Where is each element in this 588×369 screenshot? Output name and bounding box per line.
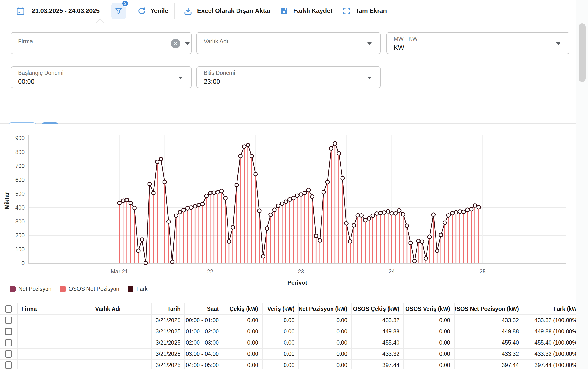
table-cell: 0.00 [223, 315, 263, 326]
mw-kw-field[interactable]: MW - KW KW [386, 32, 569, 54]
table-header-cell: Net Pozisyon (kW) [299, 303, 352, 315]
fullscreen-button[interactable]: Tam Ekran [355, 7, 387, 15]
save-as-button[interactable]: Farklı Kaydet [293, 7, 332, 15]
table-cell [91, 337, 151, 348]
svg-text:700: 700 [15, 163, 25, 169]
refresh-icon[interactable] [137, 6, 146, 16]
miktar-periyot-chart[interactable]: 0100200300400500600700800900Mar 21222324… [0, 124, 588, 285]
export-excel-button[interactable]: Excel Olarak Dışarı Aktar [197, 7, 271, 15]
bitis-donemi-value: 23:00 [204, 78, 220, 86]
table-cell: 433.32 [455, 348, 523, 360]
mw-kw-value: KW [394, 44, 404, 51]
svg-text:Mar 21: Mar 21 [110, 268, 128, 275]
bitis-donemi-field[interactable]: Bitiş Dönemi 23:00 [196, 66, 381, 88]
chevron-down-icon[interactable] [367, 42, 372, 45]
row-checkbox[interactable] [5, 350, 12, 358]
table-header-cell: Firma [18, 303, 91, 315]
firma-field[interactable]: Firma ✕ [11, 32, 192, 54]
table-row: 3/21/202500:00 - 01:000.000.000.00433.32… [0, 315, 583, 326]
row-checkbox[interactable] [5, 339, 12, 346]
table-cell: 02:00 - 03:00 [185, 337, 223, 348]
table-cell: 0.00 [299, 326, 352, 337]
row-checkbox[interactable] [5, 328, 12, 335]
vertical-scrollbar[interactable] [576, 0, 588, 369]
table-cell [18, 326, 91, 337]
row-checkbox[interactable] [5, 317, 12, 324]
table-cell [0, 337, 18, 348]
row-checkbox[interactable] [5, 305, 12, 313]
save-icon[interactable] [280, 6, 289, 16]
table-cell: 0.00 [404, 337, 455, 348]
baslangic-donemi-field[interactable]: Başlangıç Dönemi 00:00 [11, 66, 192, 88]
fullscreen-icon[interactable] [342, 7, 351, 15]
table-cell: 00:00 - 01:00 [185, 315, 223, 326]
table-cell: 0.00 [223, 326, 263, 337]
varlik-adi-label: Varlık Adı [204, 38, 228, 45]
table-cell: 0.00 [404, 326, 455, 337]
table-header-cell [0, 303, 18, 315]
table-header-cell: Çekiş (kW) [223, 303, 263, 315]
table-row: 3/21/202504:00 - 05:000.000.000.00397.44… [0, 360, 583, 369]
legend-swatch-icon [10, 286, 16, 292]
scrollbar-thumb[interactable] [579, 23, 586, 82]
table-cell: 397.44 (100.00%) [523, 360, 583, 369]
calendar-icon[interactable] [16, 6, 25, 16]
chevron-down-icon[interactable] [556, 42, 560, 45]
filter-button[interactable]: 5 [111, 3, 126, 19]
legend-label: Net Pozisyon [19, 286, 52, 292]
table-cell [18, 337, 91, 348]
table-cell [18, 315, 91, 326]
clear-icon[interactable]: ✕ [171, 39, 180, 48]
table-cell: 397.44 [455, 360, 523, 369]
legend-item[interactable]: Fark [128, 286, 148, 292]
toolbar-divider [106, 3, 106, 19]
svg-text:800: 800 [15, 149, 25, 155]
table-cell: 433.32 [352, 315, 404, 326]
table-cell: 04:00 - 05:00 [185, 360, 223, 369]
refresh-button[interactable]: Yenile [150, 7, 168, 15]
table-cell: 397.44 [352, 360, 404, 369]
table-cell [18, 360, 91, 369]
results-table: FirmaVarlık AdıTarihSaatÇekiş (kW)Veriş … [0, 303, 583, 369]
table-cell: 0.00 [263, 315, 299, 326]
date-range[interactable]: 21.03.2025 - 24.03.2025 [32, 7, 100, 15]
table-cell: 3/21/2025 [151, 326, 185, 337]
table-cell: 0.00 [404, 348, 455, 360]
table-cell: 0.00 [263, 360, 299, 369]
toolbar: 21.03.2025 - 24.03.2025 5 Yenile Excel O… [0, 0, 588, 22]
chevron-down-icon[interactable] [367, 77, 372, 80]
svg-text:23: 23 [298, 268, 304, 275]
baslangic-donemi-value: 00:00 [18, 78, 35, 86]
svg-text:100: 100 [15, 246, 25, 253]
chevron-down-icon[interactable] [178, 77, 183, 80]
download-icon[interactable] [183, 6, 193, 16]
legend-label: Fark [136, 286, 148, 292]
table-header-cell: Veriş (kW) [263, 303, 299, 315]
toolbar-divider [174, 3, 175, 19]
table-header-row: FirmaVarlık AdıTarihSaatÇekiş (kW)Veriş … [0, 303, 583, 315]
table-cell: 433.32 [352, 348, 404, 360]
chart-section: 0100200300400500600700800900Mar 21222324… [0, 124, 588, 303]
table-cell: 0.00 [223, 360, 263, 369]
legend-swatch-icon [128, 286, 133, 292]
table-cell: 433.32 (100.00%) [523, 348, 583, 360]
chevron-down-icon[interactable] [185, 42, 189, 45]
svg-text:300: 300 [15, 218, 25, 225]
table-cell: 0.00 [263, 326, 299, 337]
table-cell: 0.00 [299, 348, 352, 360]
table-cell: 0.00 [263, 337, 299, 348]
table-row: 3/21/202503:00 - 04:000.000.000.00433.32… [0, 348, 583, 360]
table-cell [18, 348, 91, 360]
table-row: 3/21/202502:00 - 03:000.000.000.00455.40… [0, 337, 583, 348]
table-cell: 03:00 - 04:00 [185, 348, 223, 360]
table-row: 3/21/202501:00 - 02:000.000.000.00449.88… [0, 326, 583, 337]
legend-item[interactable]: OSOS Net Pozisyon [60, 286, 119, 292]
table-header-cell: OSOS Net Pozisyon (kW) [455, 303, 523, 315]
table-header-cell: Saat [185, 303, 223, 315]
varlik-adi-field[interactable]: Varlık Adı [196, 32, 381, 54]
table-cell: 455.40 [455, 337, 523, 348]
legend-item[interactable]: Net Pozisyon [10, 286, 52, 292]
table-cell [0, 348, 18, 360]
table-cell: 0.00 [299, 315, 352, 326]
row-checkbox[interactable] [5, 361, 12, 369]
